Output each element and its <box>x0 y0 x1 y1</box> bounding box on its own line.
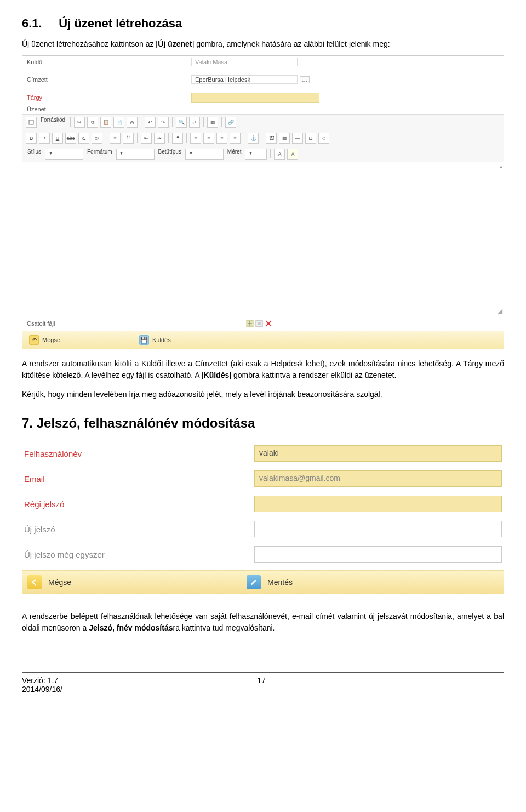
section-7-heading: 7. Jelszó, felhasználónév módosítása <box>22 416 504 431</box>
specialchar-icon[interactable]: Ω <box>305 133 316 144</box>
oldpw-label: Régi jelszó <box>24 499 254 509</box>
redo-icon[interactable]: ↷ <box>158 117 169 128</box>
editor-body[interactable]: ▴ ◢ <box>22 162 504 316</box>
paragraph-after-credentials: A rendszerbe belépett felhasználónak leh… <box>22 611 504 634</box>
intro-paragraph: Új üzenet létrehozásához kattintson az [… <box>22 38 504 50</box>
hr-icon[interactable]: — <box>292 133 303 144</box>
toolbar-separator <box>70 117 71 127</box>
replace-icon[interactable]: ⇄ <box>189 117 200 128</box>
paste-icon[interactable]: 📋 <box>100 117 111 128</box>
newpw2-field[interactable] <box>254 546 502 563</box>
find-icon[interactable]: 🔍 <box>176 117 187 128</box>
size-select[interactable]: ▾ <box>245 149 267 160</box>
credentials-screenshot: Felhasználónév valaki Email valakimasa@g… <box>22 441 504 594</box>
cancel-label: Mégse <box>42 337 60 343</box>
strike-icon[interactable]: abc <box>65 133 76 144</box>
subject-input[interactable] <box>191 93 319 103</box>
send-button[interactable]: 💾 Küldés <box>137 334 173 346</box>
image-icon[interactable]: 🖼 <box>266 133 277 144</box>
para3-t2: ra kattintva tud megvalósítani. <box>173 623 275 632</box>
newpw-field[interactable] <box>254 521 502 537</box>
attachment-label: Csatolt fájl <box>27 320 246 327</box>
attachment-delete-icon[interactable] <box>265 320 272 327</box>
section-7-number: 7. <box>22 416 33 430</box>
source-button[interactable] <box>26 117 37 128</box>
copy-icon[interactable]: ⧉ <box>87 117 98 128</box>
attachment-add-icon[interactable] <box>246 320 254 327</box>
page-number: 17 <box>62 676 460 694</box>
email-field[interactable]: valakimasa@gmail.com <box>254 470 502 487</box>
intro-bold: Új üzenet <box>158 39 192 48</box>
align-justify-icon[interactable]: ≡ <box>230 133 241 144</box>
outdent-icon[interactable]: ⇤ <box>141 133 152 144</box>
toolbar-separator <box>203 117 204 127</box>
floppy-icon: 💾 <box>139 335 149 345</box>
subscript-icon[interactable]: x₂ <box>78 133 89 144</box>
style-select[interactable]: ▾ <box>45 149 83 160</box>
compose-screenshot: Küldő Valaki Mása Címzett EperBursa Help… <box>22 55 504 349</box>
toolbar-separator <box>141 117 141 127</box>
align-left-icon[interactable]: ≡ <box>190 133 201 144</box>
indent-icon[interactable]: ⇥ <box>154 133 165 144</box>
section-title-text: Új üzenet létrehozása <box>59 16 182 30</box>
cut-icon[interactable]: ✂ <box>74 117 85 128</box>
recipient-field[interactable]: EperBursa Helpdesk <box>191 75 298 84</box>
editor-toolbar-row-3: Stílus ▾ Formátum ▾ Betűtípus ▾ Méret ▾ … <box>22 146 504 162</box>
cred-save-button[interactable]: Mentés <box>247 575 293 589</box>
toolbar-separator <box>270 149 271 158</box>
svg-rect-0 <box>29 120 33 124</box>
selectall-icon[interactable]: ▦ <box>207 117 218 128</box>
para3-bold: Jelszó, fnév módosítás <box>89 623 173 632</box>
toolbar-separator <box>244 133 244 143</box>
font-select[interactable]: ▾ <box>185 149 224 160</box>
format-select[interactable]: ▾ <box>116 149 155 160</box>
superscript-icon[interactable]: x² <box>92 133 102 144</box>
size-label: Méret <box>226 149 243 160</box>
link-icon[interactable]: 🔗 <box>225 117 236 128</box>
section-6-1-heading: 6.1. Új üzenet létrehozása <box>22 16 504 31</box>
recipient-label: Címzett <box>27 76 191 83</box>
style-label: Stílus <box>26 149 43 160</box>
table-icon[interactable]: ▦ <box>279 133 290 144</box>
newpw2-label: Új jelszó még egyszer <box>24 550 254 559</box>
resize-handle-icon[interactable]: ◢ <box>498 307 502 315</box>
cancel-button[interactable]: ↶ Mégse <box>27 334 62 346</box>
anchor-icon[interactable]: ⚓ <box>248 133 259 144</box>
back-arrow-icon <box>27 575 42 589</box>
attachment-view-icon[interactable] <box>255 320 263 327</box>
align-center-icon[interactable]: ≡ <box>203 133 214 144</box>
oldpw-field[interactable] <box>254 496 502 512</box>
toolbar-separator <box>137 133 138 143</box>
undo-icon[interactable]: ↶ <box>145 117 156 128</box>
username-field[interactable]: valaki <box>254 445 502 462</box>
textcolor-icon[interactable]: A <box>274 149 285 160</box>
footer-version: Verzió: 1.7 <box>22 676 62 685</box>
numbered-list-icon[interactable]: ≡ <box>110 133 121 144</box>
align-right-icon[interactable]: ≡ <box>216 133 227 144</box>
source-label[interactable]: Forráskód <box>39 117 67 128</box>
message-label: Üzenet <box>27 106 191 112</box>
back-arrow-icon: ↶ <box>29 335 39 345</box>
bold-icon[interactable]: B <box>26 133 37 144</box>
smiley-icon[interactable]: ☺ <box>318 133 329 144</box>
intro-text-1: Új üzenet létrehozásához kattintson az [ <box>22 39 158 48</box>
cred-cancel-button[interactable]: Mégse <box>27 575 71 589</box>
bgcolor-icon[interactable]: A <box>287 149 298 160</box>
blockquote-icon[interactable]: ❝ <box>172 133 183 144</box>
paste-text-icon[interactable]: 📄 <box>113 117 124 128</box>
italic-icon[interactable]: I <box>39 133 50 144</box>
collapse-icon[interactable]: ▴ <box>500 163 502 169</box>
font-label: Betűtípus <box>157 149 183 160</box>
section-number: 6.1. <box>22 16 42 30</box>
cred-save-label: Mentés <box>267 578 293 587</box>
toolbar-separator <box>262 133 262 143</box>
recipient-browse-button[interactable]: … <box>300 76 310 83</box>
username-label: Felhasználónév <box>24 449 254 458</box>
toolbar-separator <box>221 117 222 127</box>
paste-word-icon[interactable]: W <box>127 117 138 128</box>
bullet-list-icon[interactable]: ⠿ <box>123 133 134 144</box>
underline-icon[interactable]: U <box>52 133 63 144</box>
format-label: Formátum <box>85 149 114 160</box>
subject-label: Tárgy <box>27 94 191 101</box>
sender-label: Küldő <box>27 59 191 65</box>
